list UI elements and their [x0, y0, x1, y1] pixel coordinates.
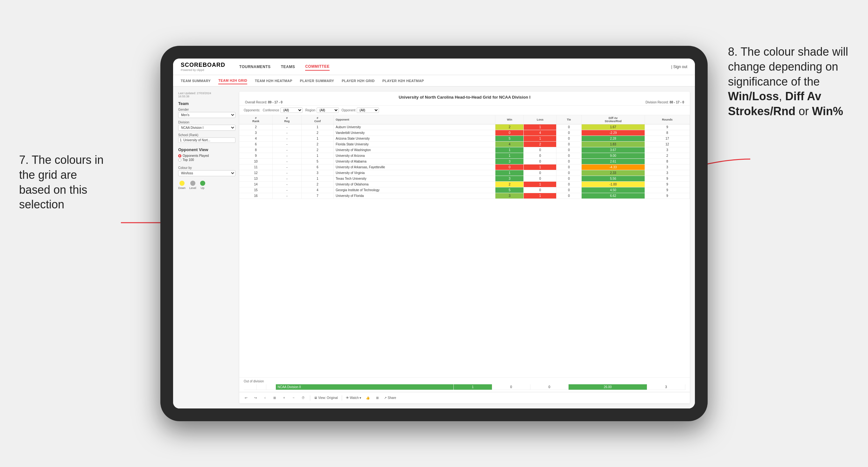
cell-opponent: Florida State University: [334, 142, 495, 147]
share-btn[interactable]: ↗ Share: [384, 396, 396, 400]
cell-rank: 14: [239, 182, 272, 187]
cell-diff: 6.62: [581, 193, 645, 199]
radio-opponents-circle: [178, 154, 181, 157]
col-reg: #Reg: [272, 115, 301, 124]
cell-diff: 2.28: [581, 136, 645, 142]
legend-up-dot: [200, 181, 205, 186]
subnav-team-summary[interactable]: TEAM SUMMARY: [181, 77, 211, 84]
sign-out-button[interactable]: | Sign out: [671, 65, 688, 69]
cell-reg: -: [272, 170, 301, 176]
opponent-filter: Opponent (All): [341, 107, 379, 113]
region-filter: Region (All): [305, 107, 339, 113]
radio-top100[interactable]: Top 100: [178, 158, 236, 162]
nav-teams[interactable]: TEAMS: [281, 63, 295, 70]
cell-win: 4: [495, 142, 524, 147]
nav-tournaments[interactable]: TOURNAMENTS: [239, 63, 271, 70]
conference-label: Conference: [263, 108, 279, 112]
cell-opponent: Texas Tech University: [334, 176, 495, 182]
grid-icon[interactable]: ⊞: [374, 395, 380, 401]
thumbs-icon[interactable]: 👍: [365, 395, 371, 401]
cell-loss: 0: [524, 153, 557, 159]
odd-reg: [256, 384, 266, 390]
odd-rank: [244, 384, 256, 390]
opponent-view-section: Opponent View Opponents Played Top 100: [178, 147, 236, 162]
bottom-toolbar: ↩ ↪ ‹ ⊞ + − ⏱ 🖥 View: Original 👁 Wa: [239, 392, 690, 403]
cell-reg: -: [272, 159, 301, 164]
division-select[interactable]: NCAA Division I: [178, 125, 236, 131]
team-section: Team Gender Men's Division NCAA Division…: [178, 101, 236, 143]
nav-committee[interactable]: COMMITTEE: [305, 63, 330, 71]
cell-opponent: Georgia Institute of Technology: [334, 187, 495, 193]
plus-icon[interactable]: +: [281, 395, 287, 401]
cell-loss: 0: [524, 176, 557, 182]
subnav-player-h2h-heatmap[interactable]: PLAYER H2H HEATMAP: [382, 77, 424, 84]
cell-rank: 4: [239, 136, 272, 142]
clock-icon[interactable]: ⏱: [300, 395, 306, 401]
cell-rounds: 3: [645, 164, 690, 170]
cell-diff: 4.50: [581, 187, 645, 193]
odd-tie: 0: [530, 384, 568, 390]
cell-conf: 1: [301, 136, 334, 142]
school-value: 1. University of Nort...: [178, 137, 236, 143]
radio-group: Opponents Played Top 100: [178, 154, 236, 162]
subnav-player-summary[interactable]: PLAYER SUMMARY: [300, 77, 334, 84]
col-diff: Diff AvStrokes/Rnd: [581, 115, 645, 124]
data-table: #Rank #Reg #Conf Opponent Win Loss Tie D…: [239, 115, 690, 377]
cell-tie: 0: [557, 182, 581, 187]
opponent-label: Opponent: [341, 108, 355, 112]
subnav-team-h2h-heatmap[interactable]: TEAM H2H HEATMAP: [255, 77, 292, 84]
cell-conf: 3: [301, 170, 334, 176]
opponent-view-label: Opponent View: [178, 147, 236, 152]
radio-opponents-played[interactable]: Opponents Played: [178, 154, 236, 157]
odd-loss: 0: [492, 384, 530, 390]
out-of-division-row: NCAA Division II 1 0 0 26.00 3: [244, 384, 685, 390]
cell-diff: -2.29: [581, 130, 645, 136]
col-opponent: Opponent: [334, 115, 495, 124]
toolbar-sep-2: [342, 396, 342, 401]
redo-icon[interactable]: ↪: [253, 395, 258, 401]
cell-tie: 0: [557, 147, 581, 153]
cell-reg: -: [272, 176, 301, 182]
minus-icon[interactable]: −: [291, 395, 297, 401]
cell-loss: 4: [524, 130, 557, 136]
cell-loss: 0: [524, 159, 557, 164]
region-select[interactable]: (All): [317, 107, 339, 113]
out-of-division-label: Out of division: [244, 379, 685, 383]
view-original-btn[interactable]: 🖥 View: Original: [314, 396, 338, 400]
subnav-team-h2h-grid[interactable]: TEAM H2H GRID: [218, 77, 247, 84]
gender-select[interactable]: Men's: [178, 112, 236, 118]
cell-opponent: University of Arizona: [334, 153, 495, 159]
cell-reg: -: [272, 124, 301, 130]
out-of-division: Out of division NCAA Division II 1 0 0: [239, 377, 690, 392]
colour-by-select[interactable]: Win/loss Diff Av Strokes/Rnd Win%: [178, 170, 236, 176]
cell-reg: -: [272, 182, 301, 187]
legend-level-dot: [190, 181, 195, 186]
tablet-screen: SCOREBOARD Powered by clippd TOURNAMENTS…: [173, 59, 695, 408]
main-content: Last Updated: 27/03/202416:55:38 Team Ge…: [173, 87, 695, 408]
cell-conf: 1: [301, 124, 334, 130]
cell-conf: 2: [301, 182, 334, 187]
back-icon[interactable]: ‹: [262, 395, 268, 401]
cell-rank: 8: [239, 147, 272, 153]
cell-rank: 13: [239, 176, 272, 182]
table-row: 11 - 6 University of Arkansas, Fayettevi…: [239, 164, 690, 170]
cell-opponent: University of Washington: [334, 147, 495, 153]
sub-nav: TEAM SUMMARY TEAM H2H GRID TEAM H2H HEAT…: [173, 75, 695, 87]
cell-tie: 0: [557, 159, 581, 164]
opponent-select[interactable]: (All): [357, 107, 379, 113]
col-conf: #Conf: [301, 115, 334, 124]
subnav-player-h2h-grid[interactable]: PLAYER H2H GRID: [342, 77, 375, 84]
legend-down: Down: [178, 181, 186, 190]
watch-btn[interactable]: 👁 Watch ▾: [346, 396, 362, 400]
camera-icon[interactable]: ⊞: [272, 395, 277, 401]
undo-icon[interactable]: ↩: [243, 395, 249, 401]
cell-rounds: 9: [645, 187, 690, 193]
cell-rank: 10: [239, 159, 272, 164]
conference-select[interactable]: (All): [280, 107, 303, 113]
logo-sub: Powered by clippd: [181, 68, 225, 71]
cell-loss: 1: [524, 124, 557, 130]
cell-diff: 3.67: [581, 147, 645, 153]
logo-area: SCOREBOARD Powered by clippd: [181, 62, 225, 71]
grid-main-title: University of North Carolina Head-to-Hea…: [244, 95, 685, 100]
table-body: 2 - 1 Auburn University 2 1 0 1.67 9 3 -…: [239, 124, 690, 199]
